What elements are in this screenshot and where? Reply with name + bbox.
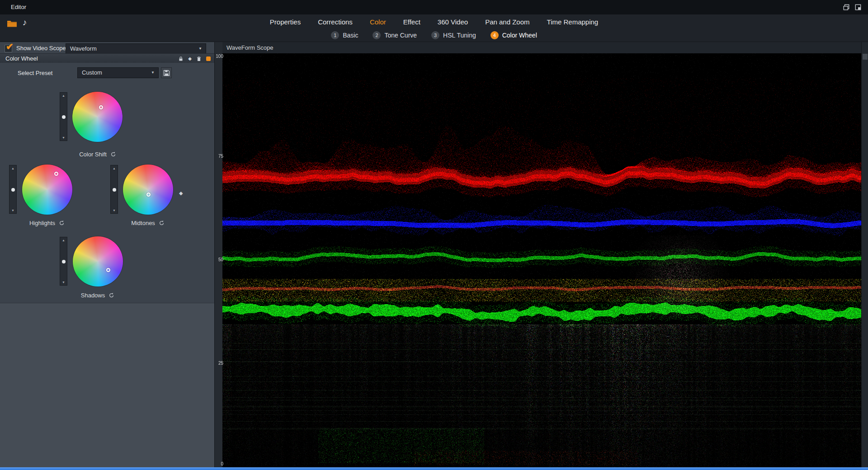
preset-dropdown[interactable]: Custom ▼ — [77, 67, 159, 78]
color-shift-slider-handle[interactable] — [62, 115, 66, 119]
undock-window-icon[interactable] — [843, 4, 851, 11]
color-shift-label: Color Shift — [79, 151, 107, 158]
lock-icon[interactable] — [178, 56, 184, 61]
show-video-scope-label: Show Video Scope — [16, 45, 66, 52]
subtab-tone-curve[interactable]: 2 Tone Curve — [373, 29, 417, 41]
editor-window: Editor ♪ Properties Corrections Color Ef… — [0, 0, 868, 470]
color-shift-label-row: Color Shift — [52, 150, 143, 158]
slider-down-icon[interactable]: ▼ — [60, 281, 67, 284]
shadows-label-row: Shadows — [52, 291, 143, 299]
color-shift-slider[interactable]: ▲ ▼ — [60, 92, 67, 141]
subtab-basic[interactable]: 1 Basic — [331, 29, 358, 41]
color-wheel-panel: ✔ Show Video Scope Waveform ▼ Color Whee… — [0, 42, 214, 467]
preset-value: Custom — [82, 69, 102, 76]
midtones-wheel[interactable] — [123, 164, 173, 215]
shadows-wheel[interactable] — [73, 236, 123, 287]
midtones-wheel-indicator[interactable] — [146, 193, 151, 197]
color-subtabs: 1 Basic 2 Tone Curve 3 HSL Tuning 4 Colo… — [0, 29, 868, 41]
scope-type-dropdown[interactable]: Waveform ▼ — [66, 43, 206, 54]
scope-scrollbar-thumb[interactable] — [863, 54, 868, 60]
midtones-keyframe-diamond-icon[interactable]: ◆ — [179, 190, 183, 196]
slider-down-icon[interactable]: ▼ — [111, 209, 118, 212]
scope-scrollbar[interactable] — [861, 42, 868, 467]
slider-up-icon[interactable]: ▲ — [60, 94, 67, 97]
panel-empty-area — [0, 303, 214, 467]
highlights-slider[interactable]: ▲ ▼ — [9, 165, 17, 214]
waveform-scope-display — [222, 53, 861, 467]
tab-color[interactable]: Color — [370, 16, 386, 28]
scope-type-value: Waveform — [70, 45, 97, 52]
midtones-slider[interactable]: ▲ ▼ — [110, 165, 118, 214]
color-shift-wheel-indicator[interactable] — [99, 105, 103, 109]
color-wheel-section-header: Color Wheel ◆ — [0, 53, 214, 63]
chevron-down-icon: ▼ — [198, 44, 202, 53]
shadows-slider[interactable]: ▲ ▼ — [60, 237, 67, 286]
midtones-label-row: Midtones — [103, 219, 193, 226]
slider-up-icon[interactable]: ▲ — [111, 167, 118, 170]
scale-label-25: 25 — [204, 361, 223, 366]
scale-label-0: 0 — [204, 461, 223, 466]
midtones-label: Midtones — [131, 220, 155, 226]
highlights-wheel[interactable] — [22, 164, 72, 215]
save-preset-button[interactable] — [161, 67, 172, 78]
shadows-label: Shadows — [81, 292, 105, 299]
shadows-wheel-indicator[interactable] — [106, 268, 110, 272]
slider-up-icon[interactable]: ▲ — [60, 239, 67, 242]
select-preset-label: Select Preset — [18, 70, 52, 76]
slider-down-icon[interactable]: ▼ — [60, 136, 67, 139]
shadows-reset-icon[interactable] — [108, 292, 114, 298]
highlights-wheel-indicator[interactable] — [54, 172, 58, 176]
chevron-down-icon: ▼ — [151, 68, 155, 78]
checkbox-check-icon: ✔ — [6, 41, 14, 52]
trash-icon[interactable] — [196, 56, 202, 61]
tab-pan-and-zoom[interactable]: Pan and Zoom — [485, 16, 529, 28]
layout-window-icon[interactable] — [854, 4, 863, 11]
tab-360-video[interactable]: 360 Video — [438, 16, 468, 28]
subtab-color-wheel-number: 4 — [491, 31, 499, 39]
subtab-hsl-tuning[interactable]: 3 HSL Tuning — [431, 29, 476, 41]
slider-down-icon[interactable]: ▼ — [9, 209, 16, 212]
tab-time-remapping[interactable]: Time Remapping — [547, 16, 599, 28]
panel-divider-strip — [214, 42, 222, 467]
tab-corrections[interactable]: Corrections — [318, 16, 353, 28]
scale-label-75: 75 — [204, 154, 223, 159]
subtab-color-wheel[interactable]: 4 Color Wheel — [491, 29, 537, 41]
title-bar: Editor — [0, 0, 868, 14]
midtones-reset-icon[interactable] — [159, 220, 165, 226]
scale-label-100: 100 — [204, 54, 223, 59]
section-title: Color Wheel — [5, 54, 38, 63]
main-tabs: Properties Corrections Color Effect 360 … — [0, 16, 868, 28]
subtab-hsl-tuning-number: 3 — [431, 31, 439, 39]
tab-properties[interactable]: Properties — [270, 16, 301, 28]
waveform-scope-title: WaveForm Scope — [226, 42, 274, 53]
timeline-edge-bar — [0, 467, 868, 470]
midtones-slider-handle[interactable] — [113, 188, 116, 192]
scale-label-50: 50 — [204, 257, 223, 262]
color-shift-reset-icon[interactable] — [110, 151, 116, 157]
tab-effect[interactable]: Effect — [403, 16, 420, 28]
waveform-scope-header: WaveForm Scope — [222, 42, 861, 53]
window-title: Editor — [11, 0, 26, 14]
keyframe-diamond-icon[interactable]: ◆ — [188, 56, 192, 61]
subtab-basic-number: 1 — [331, 31, 339, 39]
shadows-slider-handle[interactable] — [62, 260, 66, 263]
highlights-label: Highlights — [29, 220, 55, 226]
slider-up-icon[interactable]: ▲ — [9, 167, 16, 170]
highlights-label-row: Highlights — [2, 219, 92, 226]
highlights-slider-handle[interactable] — [11, 188, 15, 192]
subtab-tone-curve-number: 2 — [373, 31, 381, 39]
color-shift-wheel[interactable] — [72, 92, 123, 142]
toolbar: ♪ Properties Corrections Color Effect 36… — [0, 14, 868, 42]
highlights-reset-icon[interactable] — [59, 220, 65, 226]
